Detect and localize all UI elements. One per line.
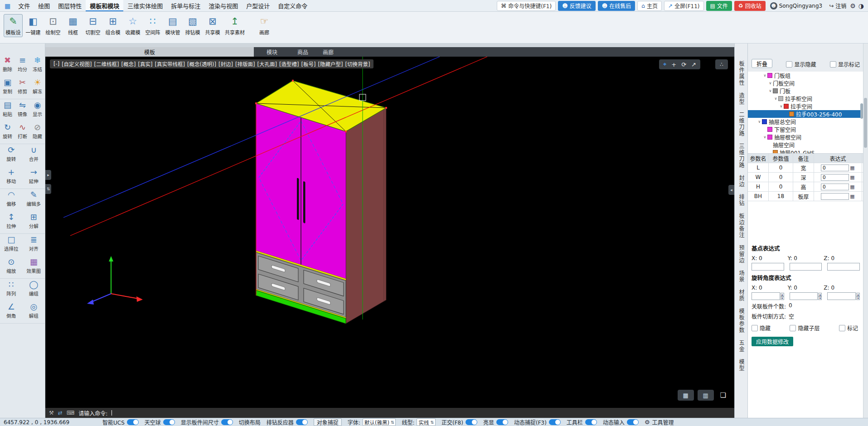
display-mode-button-1[interactable]: ▦ [678, 390, 694, 401]
sky-sphere-toggle[interactable] [163, 419, 175, 425]
menu-item-7[interactable]: 户型设计 [242, 0, 274, 11]
menu-item-8[interactable]: 自定义命令 [274, 0, 311, 11]
viewmode-segment-2[interactable]: [二维线框] [94, 60, 119, 68]
side-tab-5[interactable]: 排钻 [738, 194, 744, 207]
tree-item-8[interactable]: ∨抽屉根空间 [748, 133, 863, 141]
menu-item-6[interactable]: 渲染与视图 [204, 0, 242, 11]
share-button[interactable]: ∴ [715, 59, 728, 69]
command-prompt[interactable]: 请输入命令: [78, 409, 107, 417]
unfreeze-tool[interactable]: ☀解冻 [30, 77, 45, 99]
side-tab-4[interactable]: 封边 [738, 175, 744, 188]
side-tab-0[interactable]: 板件属性 [738, 61, 744, 86]
customize-tools-icon[interactable]: ⚒ [49, 410, 54, 416]
feedback-button[interactable]: ☻反馈建议 [558, 1, 596, 11]
home-button[interactable]: ⌂主页 [637, 1, 662, 11]
left-panel-expander-top[interactable]: ▸ [45, 170, 51, 180]
share-template-button[interactable]: ⊠共享模 [203, 14, 222, 37]
toolbar-visibility-toggle[interactable] [585, 419, 597, 425]
viewmode-segment-7[interactable]: [封边] [218, 60, 233, 68]
dynamic-input-toggle[interactable] [627, 419, 639, 425]
break-tool[interactable]: ∿打断 [15, 121, 30, 144]
settings-gear-icon[interactable]: ⚙ [850, 2, 856, 10]
drill-template-button[interactable]: ▧排钻模 [183, 14, 202, 37]
flag-checkbox-0[interactable]: 隐藏 [752, 324, 771, 332]
mirror-tool[interactable]: ⇋镜像 [15, 99, 30, 121]
favorite-template-button[interactable]: ☆收藏模 [123, 14, 142, 37]
viewmode-segment-5[interactable]: [真实带线框] [155, 60, 185, 68]
explode-tool[interactable]: ⊞分解 [23, 211, 45, 233]
switch-layout-button[interactable]: 切换布局 [239, 418, 261, 426]
theme-toggle-icon[interactable]: ◑ [858, 2, 864, 10]
axis-input-0[interactable] [752, 292, 780, 300]
wireframe-button[interactable]: ▦线框 [63, 14, 82, 37]
menu-item-5[interactable]: 拆单与标注 [167, 0, 204, 11]
offset-tool[interactable]: ◠偏移 [0, 189, 23, 211]
show-tool[interactable]: ◉显示 [30, 99, 45, 121]
tab-3[interactable]: 画廊 [315, 47, 341, 57]
gallery-button[interactable]: ☞画廊 [255, 14, 274, 37]
menu-item-0[interactable]: 文件 [14, 0, 34, 11]
copy-tool[interactable]: ▣复制 [0, 77, 15, 99]
delete-tool[interactable]: ✖删除 [0, 54, 15, 77]
template-design-button[interactable]: ✎模板设 [4, 14, 23, 37]
viewmode-segment-6[interactable]: [概念(透明)] [187, 60, 216, 68]
space-array-button[interactable]: ∷空间阵 [143, 14, 162, 37]
group-tool[interactable]: ◯编组 [23, 279, 45, 301]
expression-input[interactable] [821, 184, 849, 190]
command-bar[interactable]: ⚒ ⇄ ⌨ 请输入命令: [45, 408, 734, 418]
expression-input[interactable] [821, 174, 849, 181]
viewport-3d[interactable]: [-][自定义视图][二维线框][概念][真实][真实带线框][概念(透明)][… [45, 57, 734, 418]
expression-input[interactable] [821, 165, 849, 171]
left-panel-expander-bottom[interactable]: ⇅ [45, 184, 51, 194]
right-panel-expander[interactable]: ◂ [728, 185, 734, 195]
spinner-control[interactable]: ▲▼ [781, 293, 784, 300]
paste-tool[interactable]: ▤粘贴 [0, 99, 15, 121]
expression-grid-icon[interactable]: ▦ [850, 184, 854, 190]
tree-item-0[interactable]: ∨门板组 [748, 72, 863, 79]
font-select[interactable]: 默认(雅黑)⇅ [363, 418, 396, 426]
draw-space-button[interactable]: ⊡绘制空 [44, 14, 63, 37]
viewmode-segment-13[interactable]: [切换背景] [345, 60, 370, 68]
expression-grid-icon[interactable]: ▦ [850, 174, 854, 180]
axis-input-2[interactable] [827, 292, 856, 300]
file-button[interactable]: ▤文件 [706, 1, 732, 11]
axis-input-1[interactable] [790, 292, 818, 300]
show-mark-checkbox[interactable]: 显示标记 [830, 60, 860, 68]
menu-item-1[interactable]: 绘图 [34, 0, 54, 11]
panel-scrollbar-thumb[interactable] [864, 98, 867, 148]
tree-item-7[interactable]: 下留空间 [748, 126, 863, 133]
side-tab-3[interactable]: 三维刀路 [738, 143, 744, 169]
shortcut-keys-button[interactable]: ⌘命令与快捷键(F1) [497, 1, 556, 11]
side-tab-11[interactable]: 五金 [738, 340, 744, 353]
viewport-fullscreen-icon[interactable]: ❏ [720, 391, 726, 399]
axis-input-2[interactable] [827, 263, 860, 271]
tree-item-3[interactable]: ∨拉手柜空间 [748, 95, 863, 102]
tree-item-6[interactable]: ∨抽屉总空间 [748, 118, 863, 126]
swap-icon[interactable]: ⇄ [58, 410, 63, 416]
orbit-tool-icon[interactable]: ⟳ [681, 61, 686, 68]
side-tab-10[interactable]: 模板参数 [738, 308, 744, 334]
merge-tool[interactable]: ∪合并 [23, 144, 45, 166]
viewmode-segment-12[interactable]: [隐藏户型] [318, 60, 343, 68]
side-tab-1[interactable]: 造型 [738, 92, 744, 105]
viewmode-segment-11[interactable]: [板号] [301, 60, 315, 68]
rotate-tool[interactable]: ↻旋转 [0, 121, 15, 144]
spinner-control[interactable]: ▲▼ [818, 293, 822, 300]
logout-button[interactable]: ↪注销 [827, 1, 849, 11]
tree-item-2[interactable]: ∨门板 [748, 87, 863, 95]
extend-tool[interactable]: →延伸 [23, 166, 45, 189]
spinner-control[interactable]: ▲▼ [856, 293, 860, 300]
dynamic-snap-toggle[interactable] [549, 419, 561, 425]
menu-item-3[interactable]: 模板和模块 [86, 0, 123, 11]
stretch-tool[interactable]: ↕拉伸 [0, 211, 23, 233]
tree-item-5[interactable]: 拉手003-256-400 [748, 110, 863, 118]
viewmode-segment-1[interactable]: [自定义视图] [62, 60, 92, 68]
viewmode-segment-10[interactable]: [造型槽] [279, 60, 299, 68]
after-sales-button[interactable]: ☻在线售后 [598, 1, 635, 11]
tree-item-1[interactable]: ∨门板空间 [748, 79, 863, 87]
one-key-build-button[interactable]: ◧一键建 [24, 14, 43, 37]
side-tab-8[interactable]: 场景 [738, 270, 744, 283]
tool-manager-button[interactable]: 工具管理 [652, 418, 674, 426]
side-tab-12[interactable]: 模型 [738, 359, 744, 372]
scale-tool[interactable]: ⊙缩放 [0, 256, 23, 278]
